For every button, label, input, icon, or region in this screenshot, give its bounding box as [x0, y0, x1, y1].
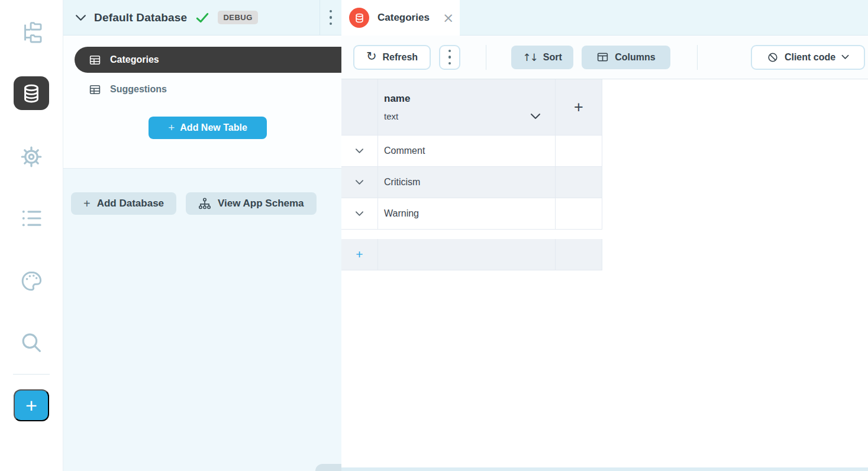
add-new-table-label: Add New Table [180, 122, 247, 133]
refresh-icon: ↻ [366, 50, 377, 63]
search-nav-button[interactable] [20, 331, 43, 354]
table-item-label: Categories [110, 54, 159, 65]
chevron-down-icon[interactable] [75, 14, 86, 21]
columns-button[interactable]: Columns [582, 46, 670, 69]
row-expand-button[interactable] [341, 136, 378, 167]
gear-icon [20, 145, 43, 169]
database-title: Default Database [94, 11, 187, 24]
grid-toolbar: ↻ Refresh ↑↓ Sort Columns [341, 36, 868, 79]
grid-cell-name[interactable]: Warning [378, 198, 556, 230]
data-grid: name text + [341, 79, 868, 471]
columns-icon [596, 51, 609, 63]
toolbar-divider [697, 45, 698, 70]
main-area: Categories × ↻ Refresh ↑↓ Sort [341, 0, 868, 471]
add-database-button[interactable]: + Add Database [71, 192, 176, 215]
check-icon [195, 12, 209, 24]
list-nav-button[interactable] [20, 207, 43, 230]
tab-categories[interactable]: Categories × [341, 0, 460, 36]
app-window: + Default Database DEBUG [0, 0, 868, 471]
plus-icon: + [356, 247, 363, 262]
plus-icon: + [83, 197, 91, 211]
column-type: text [384, 111, 398, 121]
debug-badge: DEBUG [218, 11, 257, 24]
tab-label: Categories [377, 12, 430, 24]
search-icon [20, 331, 43, 354]
table-item-suggestions[interactable]: Suggestions [89, 80, 341, 98]
grid-cell-name[interactable]: Comment [378, 136, 556, 167]
plus-icon: + [168, 121, 175, 134]
tab-strip: Categories × [341, 0, 868, 36]
hierarchy-nav-button[interactable] [19, 20, 44, 45]
client-code-label: Client code [785, 52, 835, 63]
grid-menu-button[interactable] [439, 45, 460, 70]
add-database-label: Add Database [97, 198, 164, 209]
grid-spacer [341, 230, 602, 239]
grid-row[interactable]: Comment [341, 136, 602, 167]
horizontal-scrollbar[interactable] [341, 467, 868, 471]
icon-rail: + [0, 0, 63, 471]
rail-divider [13, 374, 50, 375]
client-code-dropdown[interactable]: Client code [751, 45, 865, 70]
table-icon [89, 54, 101, 66]
chevron-down-icon [355, 211, 364, 217]
chevron-down-icon [841, 54, 849, 60]
sort-label: Sort [543, 52, 562, 63]
add-new-table-button[interactable]: + Add New Table [149, 117, 267, 139]
database-panel-header: Default Database DEBUG [63, 0, 341, 36]
grid-cell-extra [556, 136, 602, 167]
ban-icon [767, 51, 779, 63]
database-panel-footer: + Add Database View App Schema [63, 169, 341, 471]
hierarchy-icon [19, 20, 44, 45]
add-row-button[interactable]: + [341, 239, 378, 270]
grid-header-gutter [341, 79, 378, 136]
table-item-label: Suggestions [110, 84, 167, 95]
settings-nav-button[interactable] [20, 145, 43, 169]
tables-list: Categories Suggestions + Add New Table [63, 36, 341, 169]
row-expand-button[interactable] [341, 167, 378, 198]
chevron-down-icon [355, 148, 364, 154]
grid-row[interactable]: Warning [341, 198, 602, 230]
list-icon [20, 207, 43, 230]
theme-nav-button[interactable] [20, 269, 43, 293]
add-row-cell [556, 239, 602, 270]
columns-label: Columns [615, 52, 655, 63]
refresh-button[interactable]: ↻ Refresh [353, 45, 431, 70]
kebab-icon [448, 50, 451, 65]
plus-icon: + [574, 98, 583, 117]
add-row-cell[interactable] [378, 239, 556, 270]
sitemap-icon [198, 197, 211, 210]
chevron-down-icon[interactable] [530, 113, 541, 120]
refresh-label: Refresh [383, 52, 418, 63]
database-panel: Default Database DEBUG Categories [63, 0, 341, 471]
data-section-button[interactable] [14, 76, 49, 110]
view-app-schema-label: View App Schema [218, 198, 304, 209]
sort-button[interactable]: ↑↓ Sort [511, 46, 573, 69]
panel-corner-decoration [315, 464, 341, 471]
database-icon [14, 76, 49, 110]
grid-column-header-name[interactable]: name text [378, 79, 556, 136]
add-row[interactable]: + [341, 239, 602, 270]
palette-icon [20, 269, 43, 293]
close-icon[interactable]: × [443, 11, 454, 25]
column-name: name [384, 93, 541, 105]
toolbar-divider [486, 45, 486, 70]
chevron-down-icon [355, 179, 364, 185]
table-database-icon [349, 8, 369, 28]
view-app-schema-button[interactable]: View App Schema [186, 192, 317, 215]
kebab-icon [330, 10, 333, 25]
grid-cell-name[interactable]: Criticism [378, 167, 556, 198]
grid-cell-extra [556, 167, 602, 198]
grid-cell-extra [556, 198, 602, 230]
table-item-categories[interactable]: Categories [75, 47, 341, 73]
sort-icon: ↑↓ [522, 51, 537, 63]
add-screen-button[interactable]: + [14, 389, 49, 421]
grid-row[interactable]: Criticism [341, 167, 602, 198]
table-icon [89, 83, 101, 96]
row-expand-button[interactable] [341, 198, 378, 230]
database-menu-button[interactable] [320, 0, 341, 35]
add-column-button[interactable]: + [556, 79, 602, 136]
plus-icon: + [25, 394, 37, 417]
grid-header-row: name text + [341, 79, 602, 136]
